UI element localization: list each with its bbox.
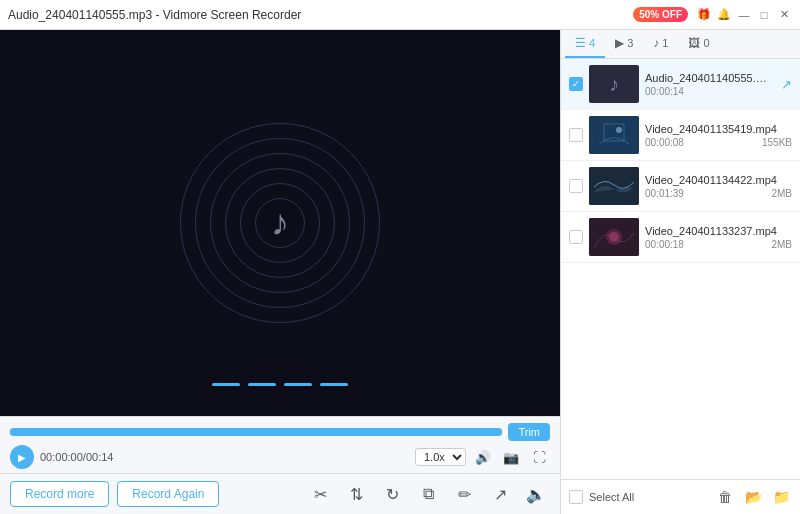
file-meta-audio1: 00:00:14: [645, 86, 775, 97]
minimize-button[interactable]: —: [736, 7, 752, 23]
file-duration-video3: 00:00:18: [645, 239, 684, 250]
cut-icon[interactable]: ✂: [306, 480, 334, 508]
tab-video-count: 3: [627, 37, 633, 49]
select-all-label[interactable]: Select All: [589, 491, 634, 503]
promo-badge[interactable]: 50% OFF: [633, 7, 688, 22]
main-container: ♪ Trim ▶ 00:00:00/00:14: [0, 30, 800, 514]
dash-2: [248, 383, 276, 386]
file-meta-video1: 00:00:08 155KB: [645, 137, 792, 148]
dash-3: [284, 383, 312, 386]
delete-button[interactable]: 🗑: [714, 486, 736, 508]
music-visual: ♪: [170, 113, 390, 333]
file-item-video2[interactable]: Video_240401134422.mp4 00:01:39 2MB: [561, 161, 800, 212]
file-duration-audio1: 00:00:14: [645, 86, 684, 97]
tab-audio-count: 1: [662, 37, 668, 49]
share-icon[interactable]: ↗: [486, 480, 514, 508]
tab-video[interactable]: ▶ 3: [605, 30, 643, 58]
action-bar: Record more Record Again ✂ ⇅ ↻ ⧉ ✏ ↗ 🔈: [0, 473, 560, 514]
thumb-video2-preview: [589, 167, 639, 205]
speed-select[interactable]: 1.0x 0.5x 1.5x 2.0x: [415, 448, 466, 466]
edit-icon[interactable]: ✏: [450, 480, 478, 508]
trim-button[interactable]: Trim: [508, 423, 550, 441]
file-item-audio1[interactable]: ✓ ♪ Audio_240401140555.mp3 00:00:14 ↗: [561, 59, 800, 110]
dash-4: [320, 383, 348, 386]
file-meta-video2: 00:01:39 2MB: [645, 188, 792, 199]
progress-track[interactable]: [10, 428, 502, 436]
play-button[interactable]: ▶: [10, 445, 34, 469]
svg-rect-2: [589, 167, 639, 205]
playback-row: ▶ 00:00:00/00:14 1.0x 0.5x 1.5x 2.0x 🔊 📷…: [10, 445, 550, 469]
thumb-video1-preview: [589, 116, 639, 154]
file-duration-video2: 00:01:39: [645, 188, 684, 199]
file-list: ✓ ♪ Audio_240401140555.mp3 00:00:14 ↗: [561, 59, 800, 479]
volume-icon[interactable]: 🔊: [472, 446, 494, 468]
file-size-video3: 2MB: [771, 239, 792, 250]
record-more-button[interactable]: Record more: [10, 481, 109, 507]
camera-icon[interactable]: 📷: [500, 446, 522, 468]
record-again-button[interactable]: Record Again: [117, 481, 219, 507]
titlebar-controls: 🎁 🔔 — □ ✕: [696, 7, 792, 23]
file-name-video3: Video_240401133237.mp4: [645, 225, 792, 237]
file-info-video2: Video_240401134422.mp4 00:01:39 2MB: [645, 174, 792, 199]
select-all-checkbox[interactable]: [569, 490, 583, 504]
file-info-video1: Video_240401135419.mp4 00:00:08 155KB: [645, 123, 792, 148]
file-checkbox-audio1[interactable]: ✓: [569, 77, 583, 91]
file-share-audio1[interactable]: ↗: [781, 77, 792, 92]
audio-note-icon: ♪: [609, 73, 619, 96]
tab-all[interactable]: ☰ 4: [565, 30, 605, 58]
time-current: 00:00:00: [40, 451, 83, 463]
copy-icon[interactable]: ⧉: [414, 480, 442, 508]
tab-all-count: 4: [589, 37, 595, 49]
file-info-audio1: Audio_240401140555.mp3 00:00:14: [645, 72, 775, 97]
time-display: 00:00:00/00:14: [40, 451, 113, 463]
progress-row: Trim: [10, 423, 550, 441]
list-icon: ☰: [575, 36, 586, 50]
titlebar-title: Audio_240401140555.mp3 - Vidmore Screen …: [8, 8, 633, 22]
file-thumb-video2: [589, 167, 639, 205]
volume-icon2[interactable]: 🔈: [522, 480, 550, 508]
adjust-icon[interactable]: ⇅: [342, 480, 370, 508]
file-size-video2: 2MB: [771, 188, 792, 199]
file-info-video3: Video_240401133237.mp4 00:00:18 2MB: [645, 225, 792, 250]
file-meta-video3: 00:00:18 2MB: [645, 239, 792, 250]
tab-bar: ☰ 4 ▶ 3 ♪ 1 🖼 0: [561, 30, 800, 59]
left-panel: ♪ Trim ▶ 00:00:00/00:14: [0, 30, 560, 514]
video-area: ♪: [0, 30, 560, 416]
maximize-button[interactable]: □: [756, 7, 772, 23]
file-name-video2: Video_240401134422.mp4: [645, 174, 792, 186]
file-thumb-video1: [589, 116, 639, 154]
bell-button[interactable]: 🔔: [716, 7, 732, 23]
rotate-icon[interactable]: ↻: [378, 480, 406, 508]
image-tab-icon: 🖼: [688, 36, 700, 50]
select-all-bar: Select All 🗑 📂 📁: [561, 479, 800, 514]
file-thumb-video3: [589, 218, 639, 256]
music-note-icon: ♪: [271, 202, 289, 244]
audio-tab-icon: ♪: [653, 36, 659, 50]
controls-bar: Trim ▶ 00:00:00/00:14 1.0x 0.5x 1.5x 2.0…: [0, 416, 560, 473]
tab-image[interactable]: 🖼 0: [678, 30, 719, 58]
file-name-audio1: Audio_240401140555.mp3: [645, 72, 775, 84]
tab-image-count: 0: [703, 37, 709, 49]
gift-button[interactable]: 🎁: [696, 7, 712, 23]
right-panel: ☰ 4 ▶ 3 ♪ 1 🖼 0 ✓ ♪: [560, 30, 800, 514]
fullscreen-icon[interactable]: ⛶: [528, 446, 550, 468]
file-item-video1[interactable]: Video_240401135419.mp4 00:00:08 155KB: [561, 110, 800, 161]
file-checkbox-video3[interactable]: [569, 230, 583, 244]
svg-rect-0: [589, 116, 639, 154]
titlebar: Audio_240401140555.mp3 - Vidmore Screen …: [0, 0, 800, 30]
file-name-video1: Video_240401135419.mp4: [645, 123, 792, 135]
file-duration-video1: 00:00:08: [645, 137, 684, 148]
progress-fill: [10, 428, 502, 436]
video-tab-icon: ▶: [615, 36, 624, 50]
thumb-video3-preview: [589, 218, 639, 256]
svg-point-1: [616, 127, 622, 133]
dash-line: [212, 383, 348, 386]
close-button[interactable]: ✕: [776, 7, 792, 23]
folder-open-button[interactable]: 📂: [742, 486, 764, 508]
tab-audio[interactable]: ♪ 1: [643, 30, 678, 58]
file-checkbox-video2[interactable]: [569, 179, 583, 193]
file-checkbox-video1[interactable]: [569, 128, 583, 142]
dash-1: [212, 383, 240, 386]
folder-button[interactable]: 📁: [770, 486, 792, 508]
file-item-video3[interactable]: Video_240401133237.mp4 00:00:18 2MB: [561, 212, 800, 263]
